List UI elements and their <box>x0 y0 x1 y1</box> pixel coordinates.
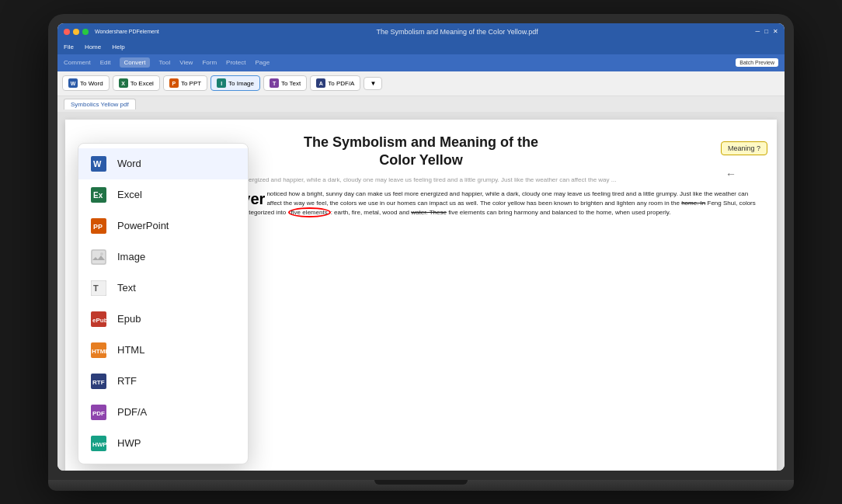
svg-text:W: W <box>93 159 102 169</box>
dropdown-item-image[interactable]: Image <box>78 242 248 273</box>
window-controls <box>64 29 89 35</box>
window-title: The Symbolism and Meaning of the Color Y… <box>162 28 753 36</box>
ppt-icon: P <box>169 78 179 88</box>
hwp-dropdown-label: HWP <box>117 437 141 449</box>
word-dropdown-label: Word <box>117 158 141 169</box>
tab-tool[interactable]: Tool <box>159 59 171 66</box>
to-image-btn[interactable]: I To Image <box>210 75 260 91</box>
dropdown-item-hwp[interactable]: HWP HWP <box>78 428 248 459</box>
to-excel-btn[interactable]: X To Excel <box>113 75 160 91</box>
to-word-btn[interactable]: W To Word <box>62 75 110 91</box>
strikethrough-water: water. These <box>411 209 447 216</box>
text-dropdown-icon: T <box>89 279 108 297</box>
excel-icon: X <box>119 78 128 88</box>
laptop-notch <box>374 480 468 485</box>
epub-dropdown-label: Epub <box>117 313 141 325</box>
batch-button[interactable]: Batch Preview <box>736 58 778 67</box>
dropdown-item-word[interactable]: W Word <box>78 148 248 179</box>
svg-rect-6 <box>91 249 106 265</box>
dropdown-item-text[interactable]: T Text <box>78 273 248 304</box>
image-dropdown-label: Image <box>117 251 145 262</box>
pdfa-dropdown-label: PDF/A <box>117 406 147 418</box>
tab-edit[interactable]: Edit <box>100 59 111 66</box>
batch-preview-btn[interactable]: Batch Preview <box>736 58 778 67</box>
text-icon: T <box>270 78 279 88</box>
to-ppt-label: To PPT <box>181 80 201 87</box>
pdfa-dropdown-icon: PDF <box>89 403 108 422</box>
more-btn[interactable]: ▼ <box>364 77 382 90</box>
app-logo-text: Wondershare PDFelement <box>95 29 159 34</box>
convert-toolbar: W To Word X To Excel P To PPT I To Image… <box>57 71 785 96</box>
tab-view[interactable]: View <box>179 59 193 66</box>
word-dropdown-icon: W <box>89 155 108 173</box>
dropdown-item-pdfa[interactable]: PDF PDF/A <box>78 397 248 428</box>
app-menubar: File Home Help <box>57 40 785 54</box>
strikethrough-home: home. In <box>681 200 705 207</box>
svg-text:PDF: PDF <box>92 410 105 417</box>
dropdown-item-epub[interactable]: ePub Epub <box>78 304 248 335</box>
svg-text:HWP: HWP <box>92 441 106 448</box>
document-page: Meaning ? ← The Symbolism and Meaning of… <box>65 120 777 471</box>
to-ppt-btn[interactable]: P To PPT <box>163 75 207 91</box>
win-max-icon[interactable]: □ <box>764 28 768 35</box>
maximize-btn-dot[interactable] <box>82 29 89 35</box>
dropdown-item-excel[interactable]: Ex Excel <box>78 179 248 210</box>
svg-text:ePub: ePub <box>92 317 106 324</box>
menu-file[interactable]: File <box>64 43 74 50</box>
body-text-main: noticed how a bright, sunny day can make… <box>266 190 748 207</box>
menu-home[interactable]: Home <box>85 43 101 50</box>
svg-point-8 <box>100 252 103 255</box>
svg-text:RTF: RTF <box>92 379 105 386</box>
tab-convert[interactable]: Convert <box>120 57 149 68</box>
html-dropdown-label: HTML <box>117 344 144 356</box>
to-pdfa-btn[interactable]: A To PDF/A <box>310 75 360 91</box>
tab-form[interactable]: Form <box>202 59 217 66</box>
to-pdfa-label: To PDF/A <box>328 80 354 87</box>
svg-text:PP: PP <box>93 223 103 231</box>
tab-comment[interactable]: Comment <box>64 59 91 66</box>
to-word-label: To Word <box>80 80 103 87</box>
ribbon-tab-bar: Comment Edit Convert Tool View Form Prot… <box>57 54 785 71</box>
to-text-label: To Text <box>281 80 301 87</box>
menu-help[interactable]: Help <box>112 43 124 50</box>
text-dropdown-label: Text <box>117 282 136 294</box>
word-icon: W <box>68 78 78 88</box>
win-close-icon[interactable]: ✕ <box>773 28 778 35</box>
app-tabbar: Symbolics Yellow pdf <box>57 96 785 112</box>
dropdown-item-html[interactable]: HTML HTML <box>78 335 248 366</box>
image-icon: I <box>217 78 226 88</box>
pdfa-icon: A <box>316 78 325 88</box>
convert-dropdown[interactable]: W Word Ex <box>78 143 249 464</box>
circled-five: five elements <box>288 207 331 217</box>
doc-tab[interactable]: Symbolics Yellow pdf <box>64 99 136 109</box>
epub-dropdown-icon: ePub <box>89 310 108 328</box>
meaning-bubble: Meaning ? <box>721 141 767 155</box>
svg-text:Ex: Ex <box>93 191 103 200</box>
laptop-screen: Wondershare PDFelement The Symbolism and… <box>48 14 794 480</box>
to-excel-label: To Excel <box>130 80 154 87</box>
window-action-buttons: ─ □ ✕ <box>755 28 778 35</box>
tab-protect[interactable]: Protect <box>226 59 245 66</box>
document-area: Meaning ? ← The Symbolism and Meaning of… <box>57 112 785 471</box>
more-icon: ▼ <box>370 80 376 87</box>
excel-dropdown-icon: Ex <box>89 186 108 204</box>
document-text: Ever noticed how a bright, sunny day can… <box>231 189 761 360</box>
body-text-3: : earth, fire, metal, wood and <box>331 209 412 216</box>
win-min-icon[interactable]: ─ <box>755 28 760 35</box>
excel-dropdown-label: Excel <box>117 189 142 200</box>
close-btn-dot[interactable] <box>64 29 70 35</box>
body-text-4: five elements can bring harmony and bala… <box>447 209 670 216</box>
rtf-dropdown-icon: RTF <box>89 372 108 391</box>
rtf-dropdown-label: RTF <box>117 375 137 387</box>
dropdown-item-ppt[interactable]: PP PowerPoint <box>78 210 248 242</box>
to-image-label: To Image <box>228 80 254 87</box>
svg-text:T: T <box>93 283 99 293</box>
image-dropdown-icon <box>89 248 108 266</box>
ppt-dropdown-icon: PP <box>89 217 108 235</box>
svg-text:HTML: HTML <box>92 348 106 355</box>
to-text-btn[interactable]: T To Text <box>263 75 307 91</box>
minimize-btn-dot[interactable] <box>73 29 79 35</box>
hwp-dropdown-icon: HWP <box>89 434 108 453</box>
tab-page[interactable]: Page <box>255 59 270 66</box>
dropdown-item-rtf[interactable]: RTF RTF <box>78 366 248 397</box>
